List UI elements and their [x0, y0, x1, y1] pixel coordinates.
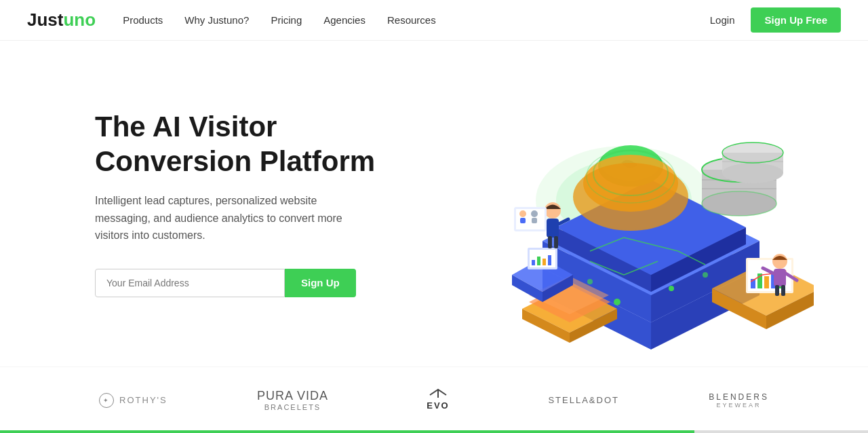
logo[interactable]: Justuno [27, 10, 96, 31]
svg-text:evo: evo [427, 400, 450, 411]
brand-puravida-label: pura vida bracelets [257, 389, 328, 411]
brands-section: ✦ ROTHY'S pura vida bracelets evo STELLA… [0, 366, 868, 433]
navbar: Justuno Products Why Justuno? Pricing Ag… [0, 0, 868, 41]
hero-illustration [420, 41, 814, 366]
nav-signup-button[interactable]: Sign Up Free [751, 7, 841, 33]
svg-point-79 [703, 272, 708, 278]
svg-rect-61 [548, 236, 552, 248]
svg-rect-62 [554, 236, 558, 248]
svg-rect-74 [781, 285, 785, 296]
svg-point-19 [573, 163, 688, 231]
nav-item-agencies[interactable]: Agencies [323, 14, 366, 26]
brand-evo: evo [418, 388, 458, 413]
hero-signup-button[interactable]: Sign Up [285, 269, 356, 297]
svg-point-67 [519, 210, 526, 217]
svg-point-77 [614, 299, 620, 305]
brand-stella: STELLA&DOT [548, 395, 619, 405]
svg-point-69 [531, 210, 538, 217]
svg-rect-46 [542, 259, 546, 265]
svg-rect-45 [537, 257, 540, 265]
evo-logo-icon: evo [418, 388, 458, 413]
svg-point-78 [669, 286, 674, 291]
svg-rect-72 [774, 269, 786, 286]
login-link[interactable]: Login [710, 14, 735, 26]
bottom-bar [0, 430, 868, 433]
nav-right: Login Sign Up Free [710, 7, 841, 33]
nav-item-resources[interactable]: Resources [387, 14, 436, 26]
svg-point-80 [587, 279, 593, 284]
brand-puravida: pura vida bracelets [257, 389, 328, 411]
rothys-icon: ✦ [99, 393, 114, 408]
nav-item-why[interactable]: Why Justuno? [184, 14, 249, 26]
svg-rect-55 [764, 276, 769, 288]
logo-text: Justuno [27, 10, 96, 31]
nav-item-products[interactable]: Products [123, 14, 163, 26]
nav-links: Products Why Justuno? Pricing Agencies R… [123, 14, 710, 26]
illustration [420, 64, 814, 356]
brand-blenders: BLENDERS EYEWEAR [709, 392, 769, 409]
svg-rect-60 [547, 219, 559, 238]
svg-rect-44 [532, 260, 535, 265]
svg-rect-68 [520, 218, 526, 223]
hero-content: The AI Visitor Conversion Platform Intel… [95, 110, 420, 297]
hero-title: The AI Visitor Conversion Platform [95, 110, 420, 178]
hero-section: The AI Visitor Conversion Platform Intel… [0, 41, 868, 366]
brand-blenders-label: BLENDERS EYEWEAR [709, 392, 769, 409]
hero-form: Sign Up [95, 269, 420, 297]
email-input[interactable] [95, 269, 285, 297]
brand-stella-label: STELLA&DOT [548, 395, 619, 405]
svg-rect-70 [532, 218, 537, 223]
brand-rothys-label: ROTHY'S [119, 395, 167, 405]
hero-subtitle: Intelligent lead captures, personalized … [95, 192, 359, 244]
nav-item-pricing[interactable]: Pricing [271, 14, 302, 26]
brand-rothys: ✦ ROTHY'S [99, 393, 167, 408]
svg-point-31 [722, 163, 783, 183]
svg-rect-73 [775, 285, 779, 296]
svg-rect-47 [548, 255, 551, 265]
